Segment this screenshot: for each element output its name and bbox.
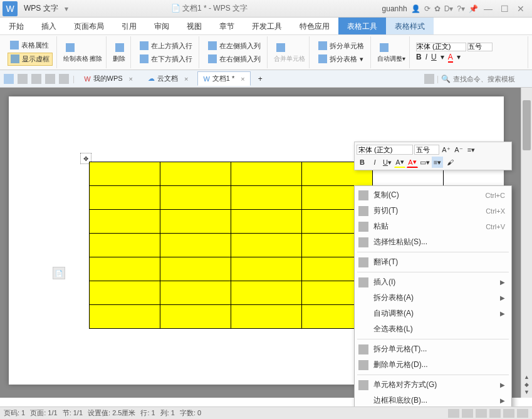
insert-row-above-button[interactable]: 在上方插入行 (137, 40, 195, 52)
mini-font-size[interactable] (414, 145, 439, 155)
tab-section[interactable]: 章节 (211, 18, 243, 34)
cloud-icon[interactable]: ✿ (434, 4, 441, 13)
tab-review[interactable]: 审阅 (145, 18, 178, 34)
drive-icon[interactable]: D▾ (444, 4, 454, 13)
font-size-select[interactable] (467, 43, 493, 51)
mini-align-button[interactable]: ≡▾ (466, 144, 477, 155)
close-tab-icon[interactable]: × (241, 75, 244, 83)
eye-icon[interactable] (424, 74, 434, 84)
ctx-全选表格(L)[interactable]: 全选表格(L) (355, 321, 511, 337)
split-table-button[interactable]: 拆分表格▾ (316, 53, 367, 65)
user-name[interactable]: guanhh (382, 4, 407, 13)
table-properties-button[interactable]: 表格属性 (8, 39, 53, 51)
insert-row-below-button[interactable]: 在下方插入行 (137, 53, 195, 65)
view-mode-5-button[interactable] (503, 409, 514, 418)
search-input[interactable] (453, 75, 528, 83)
merge-cells-button[interactable] (274, 42, 305, 53)
ctx-insert[interactable]: 插入(I)▶ (355, 274, 511, 290)
print-icon[interactable] (18, 74, 28, 84)
mini-toolbar: A⁺ A⁻ ≡▾ B I U▾ A▾ A▾ ▭▾ ≡▾ 🖌 (354, 142, 512, 170)
show-frame-button[interactable]: 显示虚框 (8, 53, 53, 66)
minimize-button[interactable]: — (482, 4, 494, 14)
tab-devtools[interactable]: 开发工具 (243, 18, 291, 34)
italic-button[interactable]: I (425, 53, 427, 63)
close-tab-icon[interactable]: × (129, 75, 133, 83)
ctx-translate[interactable]: 翻译(T) (355, 254, 511, 270)
tab-special[interactable]: 特色应用 (291, 18, 338, 34)
font-color-button[interactable]: A (448, 53, 453, 63)
ctx-cut[interactable]: 剪切(T)Ctrl+X (355, 203, 511, 219)
ctx-paste[interactable]: 粘贴Ctrl+V (355, 219, 511, 234)
preview-icon[interactable] (31, 74, 41, 84)
pin-icon[interactable]: 📌 (469, 4, 478, 13)
auto-adjust-icon (380, 43, 389, 52)
tab-insert[interactable]: 插入 (33, 18, 65, 34)
font-name-select[interactable] (416, 43, 466, 51)
insert-hint-icon[interactable]: 📄 (53, 267, 65, 279)
copy-icon (358, 190, 368, 200)
mini-font-name[interactable] (357, 145, 413, 155)
auto-adjust-button[interactable] (377, 42, 405, 53)
sync-icon[interactable]: ⟳ (424, 4, 430, 13)
mini-italic-button[interactable]: I (369, 157, 380, 168)
page-up-icon[interactable]: ◆ (524, 381, 529, 388)
tab-my-wps[interactable]: W我的WPS× (78, 71, 138, 86)
close-tab-icon[interactable]: × (184, 75, 188, 83)
mini-bold-button[interactable]: B (357, 157, 368, 168)
shrink-font-button[interactable]: A⁻ (453, 144, 464, 155)
save-icon[interactable] (4, 74, 14, 84)
mini-underline-button[interactable]: U▾ (382, 157, 393, 168)
insert-col-right-button[interactable]: 在右侧插入列 (206, 53, 263, 65)
view-mode-2-button[interactable] (462, 409, 473, 418)
undo-icon[interactable] (45, 74, 55, 84)
close-button[interactable]: ✕ (514, 4, 527, 14)
delete-button[interactable] (113, 42, 127, 53)
mini-paragraph-button[interactable]: ≡▾ (432, 157, 443, 168)
vertical-scrollbar[interactable]: ▲ ◆ ▼ (521, 88, 532, 398)
view-mode-3-button[interactable] (476, 409, 487, 418)
ctx-paste-special[interactable]: 选择性粘贴(S)... (355, 234, 511, 250)
ctx-copy[interactable]: 复制(C)Ctrl+C (355, 187, 511, 203)
grow-font-button[interactable]: A⁺ (441, 144, 452, 155)
scroll-down-icon[interactable]: ▼ (524, 389, 529, 395)
tab-table-style[interactable]: 表格样式 (386, 18, 434, 34)
ribbon: 表格属性 显示虚框 绘制表格擦除 删除 在上方插入行 在下方插入行 在左侧插入列… (0, 35, 532, 70)
maximize-button[interactable]: ☐ (498, 4, 511, 14)
view-mode-1-button[interactable] (448, 409, 459, 418)
row-below-icon (140, 54, 149, 63)
tab-layout[interactable]: 页面布局 (65, 18, 113, 34)
ctx-align[interactable]: 单元格对齐方式(G)▶ (355, 377, 511, 393)
tab-cloud-doc[interactable]: ☁云文档× (142, 71, 194, 86)
scrollbar-thumb[interactable] (523, 100, 531, 150)
tab-document1[interactable]: W文档1 *× (197, 71, 250, 86)
ctx-delete-cell[interactable]: 删除单元格(D)... (355, 357, 511, 373)
view-mode-4-button[interactable] (489, 409, 501, 418)
paste-icon (358, 222, 368, 232)
bold-button[interactable]: B (416, 53, 422, 63)
scroll-up-icon[interactable]: ▲ (524, 374, 529, 380)
delete-icon (115, 43, 124, 52)
tab-reference[interactable]: 引用 (113, 18, 145, 34)
underline-button[interactable]: U (431, 53, 437, 63)
ctx-自动调整(A)[interactable]: 自动调整(A)▶ (355, 306, 511, 321)
tab-table-tools[interactable]: 表格工具 (338, 18, 386, 34)
tab-view[interactable]: 视图 (178, 18, 211, 34)
user-avatar-icon[interactable]: 👤 (411, 4, 420, 13)
new-tab-button[interactable]: + (254, 75, 266, 83)
draw-table-button[interactable] (63, 42, 102, 53)
zoom-button[interactable] (517, 409, 528, 418)
split-cells-button[interactable]: 拆分单元格 (316, 40, 367, 52)
split-cell-icon (358, 344, 368, 354)
tab-start[interactable]: 开始 (0, 18, 33, 34)
help-icon[interactable]: ?▾ (457, 4, 465, 13)
mini-shading-button[interactable]: ▭▾ (419, 157, 430, 168)
insert-col-left-button[interactable]: 在左侧插入列 (206, 40, 263, 52)
app-dropdown[interactable]: ▾ (62, 4, 71, 13)
redo-icon[interactable] (59, 74, 69, 84)
ctx-split-cell[interactable]: 拆分单元格(T)... (355, 341, 511, 357)
mini-font-color-button[interactable]: A▾ (407, 157, 418, 168)
translate-icon (358, 257, 368, 267)
ctx-拆分表格(A)[interactable]: 拆分表格(A)▶ (355, 290, 511, 306)
mini-highlight-button[interactable]: A▾ (394, 157, 405, 168)
mini-format-painter-button[interactable]: 🖌 (444, 157, 456, 168)
